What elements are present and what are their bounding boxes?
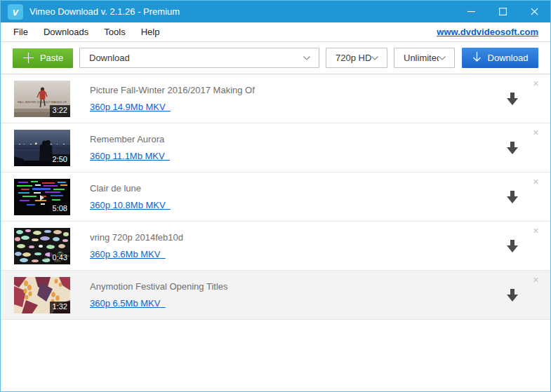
video-thumbnail: FALL-WINTER 2016/2017 MAKING OF 3:22 — [14, 81, 70, 117]
quality-dropdown-value: 720p HD — [336, 53, 371, 63]
video-thumbnail: 0:43 — [14, 228, 70, 264]
remove-item-icon[interactable]: ✕ — [531, 275, 540, 285]
video-thumbnail: 2:50 — [14, 130, 70, 166]
video-row[interactable]: FALL-WINTER 2016/2017 MAKING OF 3:22 Pic… — [1, 74, 550, 123]
remove-item-icon[interactable]: ✕ — [531, 128, 540, 138]
download-item-icon — [507, 191, 518, 203]
video-thumbnail: 5:08 — [14, 179, 70, 215]
quality-dropdown[interactable]: 720p HD — [326, 48, 387, 68]
remove-item-icon[interactable]: ✕ — [531, 177, 540, 187]
download-item-button[interactable] — [503, 139, 522, 157]
video-list: FALL-WINTER 2016/2017 MAKING OF 3:22 Pic… — [1, 74, 550, 320]
video-row[interactable]: 1:32 Anymotion Festival Opening Titles 3… — [1, 271, 550, 320]
minimize-button[interactable] — [456, 1, 487, 22]
chevron-down-icon — [303, 56, 310, 60]
speed-dropdown-value: Unlimited — [404, 53, 439, 63]
window-title: Vimeo Download v. 2.1.26 - Premium — [29, 6, 456, 17]
download-item-icon — [507, 142, 518, 154]
duration-badge: 1:32 — [50, 302, 70, 313]
svg-text:FALL-WINTER 2016/2017 MAKING O: FALL-WINTER 2016/2017 MAKING OF — [18, 100, 67, 103]
download-all-button[interactable]: Download — [462, 48, 538, 68]
speed-dropdown[interactable]: Unlimited — [394, 48, 455, 68]
close-icon — [531, 6, 538, 18]
video-row[interactable]: 0:43 vring 720p 2014feb10d 360p 3.6Mb MK… — [1, 222, 550, 271]
vimeo-app-icon: v — [8, 4, 23, 20]
video-title: Clair de lune — [90, 183, 171, 194]
website-link[interactable]: www.dvdvideosoft.com — [437, 27, 538, 37]
format-link[interactable]: 360p 14.9Mb MKV — [90, 102, 171, 112]
video-title: Anymotion Festival Opening Titles — [90, 281, 228, 292]
duration-badge: 2:50 — [50, 154, 70, 165]
maximize-button[interactable] — [487, 1, 519, 22]
download-item-button[interactable] — [503, 90, 522, 108]
video-thumbnail: 1:32 — [14, 277, 70, 313]
menu-downloads[interactable]: Downloads — [36, 27, 96, 37]
format-link[interactable]: 360p 11.1Mb MKV — [90, 151, 170, 161]
duration-badge: 0:43 — [50, 252, 70, 264]
download-item-icon — [507, 289, 518, 302]
video-row[interactable]: 2:50 Remember Aurora 360p 11.1Mb MKV ✕ — [1, 123, 550, 173]
url-dropdown-value: Download — [89, 53, 303, 63]
menu-help[interactable]: Help — [133, 27, 168, 37]
remove-item-icon[interactable]: ✕ — [531, 226, 540, 236]
maximize-icon — [499, 6, 507, 18]
download-item-button[interactable] — [503, 188, 522, 206]
download-item-button[interactable] — [503, 237, 522, 255]
video-title: Remember Aurora — [90, 134, 170, 144]
menu-file[interactable]: File — [6, 27, 36, 37]
list-empty-area — [1, 320, 550, 391]
minimize-icon — [467, 6, 475, 18]
paste-button-label: Paste — [40, 53, 63, 63]
menu-bar: File Downloads Tools Help www.dvdvideoso… — [1, 22, 550, 42]
menu-tools[interactable]: Tools — [96, 27, 133, 37]
download-item-icon — [507, 93, 518, 105]
close-button[interactable] — [519, 1, 550, 22]
format-link[interactable]: 360p 6.5Mb MKV — [90, 298, 166, 309]
download-item-button[interactable] — [503, 286, 522, 304]
duration-badge: 3:22 — [50, 105, 70, 116]
format-link[interactable]: 360p 3.6Mb MKV — [90, 249, 166, 259]
chevron-down-icon — [439, 56, 446, 60]
video-title: Picture Fall-Winter 2016/2017 Making Of — [90, 85, 255, 95]
video-title: vring 720p 2014feb10d — [90, 232, 183, 243]
app-window: v Vimeo Download v. 2.1.26 - Premium Fil… — [0, 0, 551, 392]
url-dropdown[interactable]: Download — [79, 48, 319, 68]
paste-button[interactable]: Paste — [13, 48, 73, 68]
download-arrow-icon — [472, 52, 482, 65]
chevron-down-icon — [371, 56, 378, 60]
toolbar: Paste Download 720p HD Unlimited Downloa… — [1, 42, 550, 74]
video-row[interactable]: 5:08 Clair de lune 360p 10.8Mb MKV ✕ — [1, 173, 550, 222]
download-item-icon — [507, 240, 518, 252]
remove-item-icon[interactable]: ✕ — [531, 79, 540, 89]
title-bar: v Vimeo Download v. 2.1.26 - Premium — [1, 1, 550, 22]
plus-icon — [22, 52, 34, 64]
format-link[interactable]: 360p 10.8Mb MKV — [90, 200, 171, 210]
download-button-label: Download — [488, 53, 529, 63]
duration-badge: 5:08 — [50, 203, 70, 215]
